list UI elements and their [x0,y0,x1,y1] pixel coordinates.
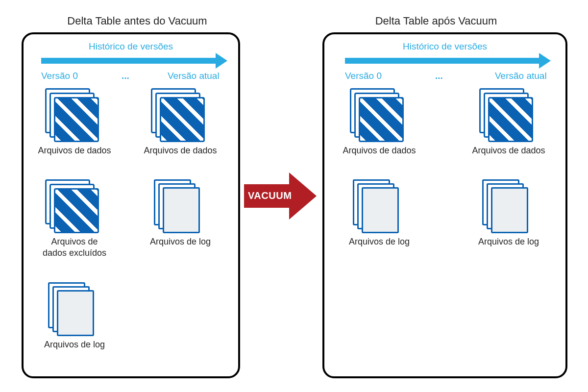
after-history-label: Histórico de versões [324,41,565,52]
before-version-end: Versão atual [168,71,220,81]
cell-caption: Arquivos de log [335,236,423,247]
data-files-icon [45,88,104,142]
data-files-icon [350,88,409,142]
before-version-ellipsis: ... [122,71,129,81]
before-cell-v0-log: Arquivos de log [30,282,119,350]
cell-caption: Arquivos de log [465,236,553,247]
before-cell-cur-log: Arquivos de log [136,179,224,247]
after-cell-v0-log: Arquivos de log [335,179,423,247]
after-version-start: Versão 0 [345,71,382,81]
cell-caption: Arquivos de log [30,339,119,350]
cell-caption: Arquivos de dados [465,145,553,156]
cell-caption: Arquivos de dados [136,145,224,156]
before-history-arrow-icon [41,56,227,66]
before-history-label: Histórico de versões [24,41,238,52]
after-panel-title: Delta Table após Vacuum [353,15,519,27]
after-version-end: Versão atual [495,71,547,81]
cell-caption: Arquivos de dados [335,145,423,156]
data-files-icon [479,88,538,142]
after-history-arrow-icon [345,56,551,66]
data-files-icon [151,88,210,142]
cell-caption: Arquivos de dados [30,145,119,156]
before-cell-cur-data: Arquivos de dados [136,88,224,156]
cell-caption: Arquivos de log [136,236,224,247]
after-cell-cur-data: Arquivos de dados [465,88,553,156]
vacuum-label: VACUUM [248,190,292,201]
before-cell-v0-data: Arquivos de dados [30,88,119,156]
after-cell-cur-log: Arquivos de log [465,179,553,247]
log-files-icon [151,179,210,233]
before-cell-v0-deleted: Arquivos de dados excluídos [30,179,119,258]
after-panel: Histórico de versões Versão 0 ... Versão… [322,32,567,378]
before-panel-title: Delta Table antes do Vacuum [54,15,220,27]
after-cell-v0-data: Arquivos de dados [335,88,423,156]
log-files-icon [45,282,104,336]
before-version-start: Versão 0 [41,71,78,81]
deleted-data-files-icon [45,179,104,233]
after-version-ellipsis: ... [435,71,443,81]
cell-caption: Arquivos de dados excluídos [30,236,119,258]
before-panel: Histórico de versões Versão 0 ... Versão… [22,32,240,378]
log-files-icon [350,179,409,233]
log-files-icon [479,179,538,233]
